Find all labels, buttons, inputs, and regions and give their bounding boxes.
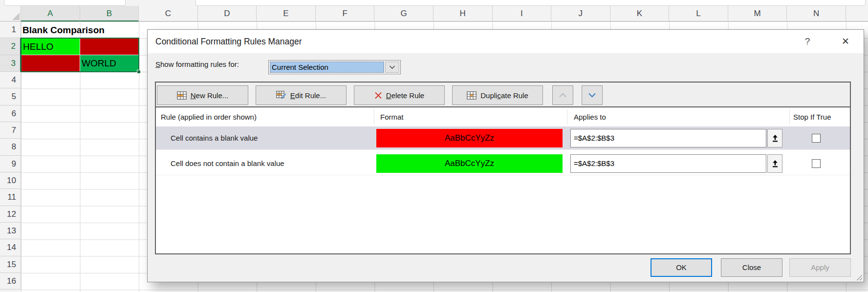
move-rule-up-button[interactable] <box>552 85 573 105</box>
formula-bar-strip <box>0 0 868 6</box>
row-header-3[interactable]: 3 <box>0 55 21 72</box>
cell-a2-hello[interactable]: HELLO <box>22 39 80 55</box>
resize-grip[interactable] <box>856 274 862 280</box>
stop-if-true-checkbox[interactable] <box>812 134 821 143</box>
column-header-n[interactable]: N <box>787 6 846 21</box>
column-header-d[interactable]: D <box>198 6 257 21</box>
name-box[interactable] <box>4 0 126 6</box>
row-header-14[interactable]: 14 <box>0 239 21 256</box>
formula-bar[interactable] <box>195 0 866 6</box>
row-header-1[interactable]: 1 <box>0 21 21 38</box>
applies-to-input[interactable]: =$A$2:$B$3 <box>570 129 766 147</box>
table-pencil-icon <box>276 91 286 100</box>
rule-row-not-blank[interactable]: Cell does not contain a blank value AaBb… <box>156 152 850 175</box>
column-header-e[interactable]: E <box>257 6 316 21</box>
column-headers: A B C D E F G H I J K L M N <box>21 6 868 21</box>
cell-b3-text: WORLD <box>80 55 139 71</box>
row-header-7[interactable]: 7 <box>0 122 21 139</box>
row-header-9[interactable]: 9 <box>0 156 21 172</box>
row-header-11[interactable]: 11 <box>0 189 21 206</box>
duplicate-rule-label: Duplicate Rule <box>480 91 528 100</box>
cell-b2-blank[interactable] <box>80 39 139 55</box>
rules-list: Rule (applied in order shown) Format App… <box>156 106 850 253</box>
collapse-dialog-arrow-icon[interactable] <box>767 154 782 173</box>
collapse-dialog-arrow-icon[interactable] <box>767 129 782 147</box>
column-divider <box>374 109 374 125</box>
scope-dropdown[interactable]: Current Selection <box>268 60 401 74</box>
scope-dropdown-value: Current Selection <box>270 62 384 73</box>
rule-row-blank[interactable]: Cell contains a blank value AaBbCcYyZz =… <box>156 126 850 150</box>
rule-description: Cell does not contain a blank value <box>171 152 284 175</box>
applies-to-column-header: Applies to <box>574 107 606 126</box>
column-header-m[interactable]: M <box>728 6 787 21</box>
row-header-8[interactable]: 8 <box>0 139 21 155</box>
row-header-10[interactable]: 10 <box>0 172 21 189</box>
rules-toolbar: New Rule... Edit Rule... Delete Rule Dup… <box>156 83 850 106</box>
row-header-12[interactable]: 12 <box>0 206 21 223</box>
column-header-g[interactable]: G <box>374 6 434 21</box>
applies-to-input[interactable]: =$A$2:$B$3 <box>570 154 766 173</box>
duplicate-rule-button[interactable]: Duplicate Rule <box>452 85 543 105</box>
row-header-13[interactable]: 13 <box>0 223 21 239</box>
column-header-b[interactable]: B <box>80 6 139 21</box>
column-header-j[interactable]: J <box>551 6 610 21</box>
cell-a1-title[interactable]: Blank Comparison <box>22 22 159 38</box>
rule-description: Cell contains a blank value <box>171 126 258 150</box>
row-header-2[interactable]: 2 <box>0 38 21 55</box>
select-all-triangle <box>12 13 20 20</box>
scope-label: Show formatting rules for: <box>155 57 239 72</box>
red-x-icon <box>374 92 382 99</box>
select-all-corner[interactable] <box>0 6 21 21</box>
column-divider <box>567 109 567 125</box>
apply-button[interactable]: Apply <box>789 258 851 277</box>
row-headers: 1 2 3 4 5 6 7 8 9 10 11 12 13 14 15 16 <box>0 21 21 292</box>
table-grid-icon <box>177 91 187 100</box>
column-header-f[interactable]: F <box>316 6 375 21</box>
cell-a2-text: HELLO <box>22 39 80 55</box>
rules-frame: New Rule... Edit Rule... Delete Rule Dup… <box>155 82 851 254</box>
selection-fill-handle[interactable] <box>137 70 141 74</box>
dialog-title: Conditional Formatting Rules Manager <box>155 30 302 53</box>
close-button[interactable]: Close <box>721 258 782 277</box>
row-header-15[interactable]: 15 <box>0 256 21 273</box>
row-header-6[interactable]: 6 <box>0 105 21 122</box>
stop-if-true-checkbox[interactable] <box>812 159 821 168</box>
column-header-partial[interactable] <box>846 6 868 21</box>
new-rule-label: New Rule... <box>191 91 229 100</box>
chevron-down-icon <box>588 93 596 98</box>
column-divider <box>789 109 790 125</box>
column-header-h[interactable]: H <box>434 6 493 21</box>
edit-rule-label: Edit Rule... <box>290 91 326 100</box>
column-header-c[interactable]: C <box>139 6 198 21</box>
close-icon[interactable]: ✕ <box>836 35 855 48</box>
row-header-5[interactable]: 5 <box>0 88 21 105</box>
row-header-4[interactable]: 4 <box>0 72 21 88</box>
column-header-i[interactable]: I <box>493 6 552 21</box>
format-preview-swatch: AaBbCcYyZz <box>376 129 563 147</box>
stop-if-true-column-header: Stop If True <box>793 107 831 126</box>
delete-rule-button[interactable]: Delete Rule <box>354 85 445 105</box>
column-header-l[interactable]: L <box>669 6 728 21</box>
rule-column-header: Rule (applied in order shown) <box>161 107 257 126</box>
column-header-k[interactable]: K <box>610 6 670 21</box>
new-rule-button[interactable]: New Rule... <box>157 85 248 105</box>
delete-rule-label: Delete Rule <box>386 91 424 100</box>
table-grid-icon <box>467 91 477 100</box>
chevron-up-icon <box>559 93 567 98</box>
format-preview-swatch: AaBbCcYyZz <box>376 154 563 173</box>
move-rule-down-button[interactable] <box>582 85 603 105</box>
dialog-titlebar[interactable]: Conditional Formatting Rules Manager ? ✕ <box>148 30 864 53</box>
conditional-formatting-rules-manager-dialog: Conditional Formatting Rules Manager ? ✕… <box>147 29 864 282</box>
ok-button[interactable]: OK <box>651 258 712 277</box>
format-column-header: Format <box>380 107 404 126</box>
chevron-down-icon[interactable] <box>385 62 399 73</box>
cell-b3-world[interactable]: WORLD <box>80 55 139 72</box>
column-header-a[interactable]: A <box>21 6 80 21</box>
row-header-16[interactable]: 16 <box>0 273 21 290</box>
edit-rule-button[interactable]: Edit Rule... <box>256 85 347 105</box>
cell-a3-blank[interactable] <box>22 55 80 72</box>
help-icon[interactable]: ? <box>801 35 814 48</box>
